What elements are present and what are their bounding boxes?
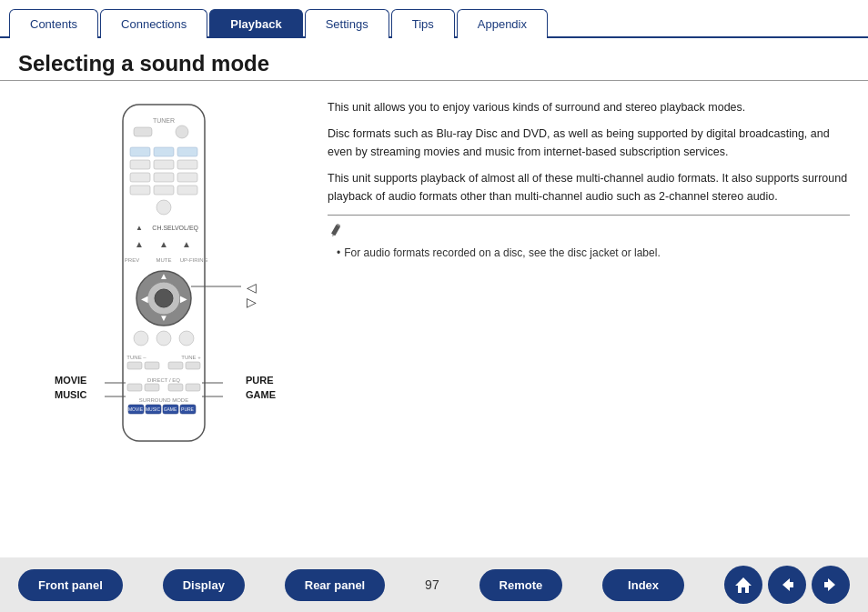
rear-panel-button[interactable]: Rear panel [285, 569, 385, 601]
svg-text:PURE: PURE [181, 406, 195, 412]
svg-rect-39 [145, 362, 159, 369]
svg-rect-40 [168, 362, 183, 369]
home-button[interactable] [724, 566, 762, 604]
svg-text:VOL/EQ: VOL/EQ [175, 225, 199, 232]
svg-point-3 [176, 125, 188, 138]
svg-rect-5 [154, 147, 174, 156]
svg-point-28 [155, 289, 173, 307]
svg-text:UP-FIRING: UP-FIRING [180, 257, 208, 263]
tab-settings[interactable]: Settings [305, 9, 389, 38]
svg-text:MUSIC: MUSIC [146, 406, 161, 412]
arrow-symbol: ◁ ▷ [247, 280, 257, 309]
movie-music-lines [57, 378, 148, 402]
svg-rect-9 [177, 160, 197, 169]
front-panel-button[interactable]: Front panel [18, 569, 123, 601]
svg-marker-64 [735, 577, 752, 593]
svg-rect-12 [177, 173, 197, 182]
dpad-arrow-label: ◁ ▷ [241, 280, 257, 309]
svg-text:◀: ◀ [141, 294, 148, 304]
svg-text:▲: ▲ [135, 239, 144, 249]
svg-point-16 [156, 200, 171, 215]
note-section: •For audio formats recorded on a disc, s… [328, 215, 850, 262]
svg-rect-14 [154, 186, 174, 195]
navigation-tabs: Contents Connections Playback Settings T… [0, 0, 868, 38]
bottom-bar: Front panel Display Rear panel 97 Remote… [0, 557, 868, 612]
svg-rect-6 [177, 147, 197, 156]
svg-rect-41 [186, 362, 200, 369]
back-arrow-icon [777, 575, 797, 595]
pure-game-lines [179, 378, 270, 402]
svg-rect-15 [177, 186, 197, 195]
svg-rect-2 [134, 127, 152, 136]
back-button[interactable] [768, 566, 806, 604]
svg-point-35 [179, 331, 194, 346]
svg-text:TUNER: TUNER [153, 117, 175, 124]
svg-text:CH.SEL: CH.SEL [152, 225, 175, 231]
text-content: This unit allows you to enjoy various ki… [328, 95, 850, 555]
tab-contents[interactable]: Contents [9, 9, 98, 38]
para2: Disc formats such as Blu-ray Disc and DV… [328, 125, 850, 161]
main-content: TUNER [0, 81, 868, 569]
svg-text:TUNE +: TUNE + [181, 355, 201, 360]
svg-marker-66 [824, 578, 835, 591]
svg-point-33 [134, 331, 148, 346]
svg-point-34 [156, 331, 171, 346]
svg-text:▶: ▶ [180, 294, 187, 304]
svg-text:GAME: GAME [164, 406, 177, 412]
home-icon [733, 575, 753, 595]
forward-button[interactable] [812, 566, 850, 604]
tab-tips[interactable]: Tips [391, 9, 455, 38]
page-number: 97 [425, 577, 439, 592]
svg-rect-10 [130, 173, 150, 182]
svg-text:▲: ▲ [182, 239, 191, 249]
svg-rect-13 [130, 186, 150, 195]
tab-appendix[interactable]: Appendix [457, 9, 548, 38]
svg-text:DIRECT / EQ: DIRECT / EQ [147, 377, 180, 383]
svg-rect-38 [127, 362, 142, 369]
svg-rect-8 [154, 160, 174, 169]
forward-arrow-icon [821, 575, 841, 595]
page-title: Selecting a sound mode [0, 38, 868, 81]
note-text: •For audio formats recorded on a disc, s… [337, 245, 850, 262]
tab-connections[interactable]: Connections [100, 9, 207, 38]
remote-container: TUNER [105, 100, 223, 449]
svg-text:▼: ▼ [159, 313, 168, 323]
svg-rect-4 [130, 147, 150, 156]
remote-area: TUNER [18, 95, 309, 555]
para3: This unit supports playback of almost al… [328, 170, 850, 206]
svg-rect-11 [154, 173, 174, 182]
svg-text:▲: ▲ [159, 271, 168, 281]
svg-rect-7 [130, 160, 150, 169]
svg-marker-65 [782, 578, 793, 591]
display-button[interactable]: Display [163, 569, 245, 601]
svg-text:PREV: PREV [125, 257, 139, 263]
index-button[interactable]: Index [602, 569, 684, 601]
svg-marker-62 [332, 235, 334, 236]
svg-text:MUTE: MUTE [156, 257, 172, 263]
svg-text:▲: ▲ [159, 239, 168, 249]
pencil-icon [328, 223, 344, 239]
svg-text:MOVIE: MOVIE [128, 406, 144, 412]
para1: This unit allows you to enjoy various ki… [328, 99, 850, 116]
svg-text:TUNE –: TUNE – [126, 355, 146, 360]
nav-icons [724, 566, 850, 604]
svg-text:▲: ▲ [136, 224, 143, 232]
remote-button[interactable]: Remote [479, 569, 563, 601]
tab-playback[interactable]: Playback [209, 9, 302, 38]
